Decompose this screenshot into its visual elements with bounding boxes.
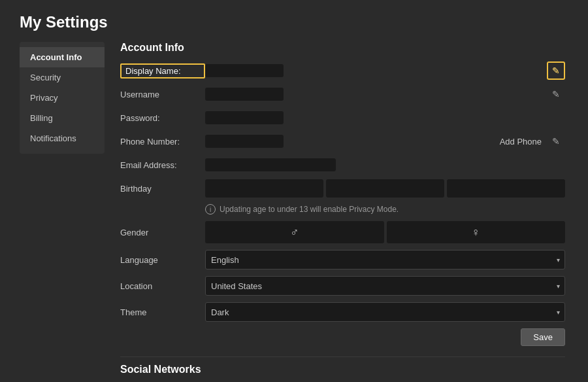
edit-display-name-icon[interactable]: ✎ (547, 61, 565, 80)
gender-buttons: ♂ ♀ (205, 221, 565, 243)
birthday-day[interactable] (326, 179, 444, 198)
phone-value (205, 135, 284, 148)
sidebar-item-account-info[interactable]: Account Info (20, 47, 105, 67)
account-info-title: Account Info (120, 42, 565, 54)
privacy-note: i Updating age to under 13 will enable P… (205, 204, 565, 215)
sidebar-item-notifications[interactable]: Notifications (20, 128, 105, 148)
page-title: My Settings (20, 13, 568, 31)
gender-row: Gender ♂ ♀ (120, 221, 565, 243)
sidebar-item-security[interactable]: Security (20, 67, 105, 88)
language-label: Language (120, 255, 205, 265)
gender-female-button[interactable]: ♀ (387, 221, 566, 243)
language-row: Language English Spanish French German ▾ (120, 250, 565, 269)
birthday-inputs (205, 179, 565, 198)
sidebar: Account Info Security Privacy Billing No… (20, 42, 105, 154)
username-label: Username (120, 90, 205, 99)
username-row: Username (120, 85, 565, 103)
sidebar-item-billing[interactable]: Billing (20, 108, 105, 128)
password-row: Password: (120, 109, 565, 127)
language-select-wrapper: English Spanish French German ▾ (205, 250, 565, 269)
edit-email-icon[interactable]: ✎ (547, 132, 565, 150)
social-networks-title: Social Networks (120, 364, 565, 375)
username-value (205, 88, 284, 101)
display-name-label: Display Name: (120, 63, 205, 78)
info-icon: i (205, 204, 216, 215)
gender-male-button[interactable]: ♂ (205, 221, 384, 243)
password-value (205, 111, 284, 124)
display-name-value (205, 64, 284, 77)
female-icon: ♀ (472, 226, 481, 239)
social-networks-section: Social Networks Facebook Twitter YouTube (120, 364, 565, 382)
display-name-row: Display Name: (120, 61, 565, 80)
divider (120, 356, 565, 357)
save-row: Save (120, 328, 565, 346)
theme-select-wrapper: Dark Light ▾ (205, 302, 565, 322)
birthday-row: Birthday (120, 179, 565, 198)
phone-row: Phone Number: Add Phone (120, 132, 565, 150)
theme-select[interactable]: Dark Light (205, 302, 565, 322)
phone-label: Phone Number: (120, 137, 205, 147)
email-label: Email Address: (120, 160, 205, 170)
theme-row: Theme Dark Light ▾ (120, 302, 565, 322)
location-select[interactable]: United States United Kingdom Canada Aust… (205, 276, 565, 296)
location-select-wrapper: United States United Kingdom Canada Aust… (205, 276, 565, 296)
location-label: Location (120, 281, 205, 291)
email-row: Email Address: (120, 156, 565, 174)
birthday-label: Birthday (120, 184, 205, 194)
language-select[interactable]: English Spanish French German (205, 250, 565, 269)
email-value (205, 158, 336, 171)
save-button[interactable]: Save (521, 328, 565, 346)
birthday-month[interactable] (205, 179, 323, 198)
sidebar-item-privacy[interactable]: Privacy (20, 88, 105, 108)
add-phone-label: Add Phone (500, 137, 542, 147)
edit-icons-column: ✎ ✎ ✎ ✎ ✎ (547, 61, 565, 150)
edit-password-icon[interactable]: ✎ (547, 85, 565, 103)
theme-label: Theme (120, 307, 205, 317)
gender-label: Gender (120, 228, 205, 237)
male-icon: ♂ (290, 226, 299, 239)
birthday-year[interactable] (447, 179, 565, 198)
main-content: Account Info Display Name: Username Pass… (105, 42, 581, 382)
location-row: Location United States United Kingdom Ca… (120, 276, 565, 296)
password-label: Password: (120, 113, 205, 123)
